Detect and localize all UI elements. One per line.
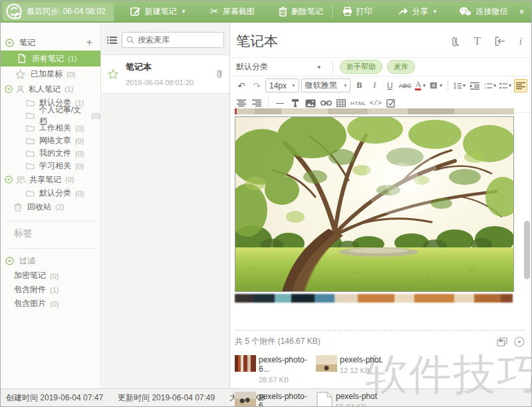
sidebar-item-has-images[interactable]: 包含图片 (0) xyxy=(1,297,100,311)
sidebar-item-shared-notes[interactable]: 共享笔记 (0) xyxy=(1,172,100,187)
search-input[interactable] xyxy=(138,35,219,45)
info-icon[interactable]: i xyxy=(519,36,522,47)
code-button[interactable]: </> xyxy=(369,96,382,110)
list-view-icon[interactable] xyxy=(107,36,117,45)
attachment-item[interactable]: pexels-photo-6... 33.6 KB xyxy=(235,392,316,407)
item-label: 所有笔记 xyxy=(32,53,64,65)
underline-button[interactable]: U xyxy=(383,79,396,92)
export-icon[interactable] xyxy=(495,37,505,46)
chevron-down-icon: ▾ xyxy=(493,82,496,88)
save-all-attachments-icon[interactable] xyxy=(497,337,507,346)
highlight-color-button[interactable]: A ▾ xyxy=(429,79,443,92)
font-family-dropdown[interactable]: 微软雅黑 ▾ xyxy=(301,78,351,92)
note-date: 2019-06-04 08:01:20 xyxy=(126,78,216,86)
tag-pill[interactable]: 麦库 xyxy=(387,60,415,74)
share-label: 分享 xyxy=(412,6,428,17)
section-expand-icon xyxy=(5,257,14,265)
share-arrow-icon xyxy=(398,7,408,16)
note-content-area[interactable] xyxy=(231,108,522,326)
sidebar-item-private-notes[interactable]: 私人笔记 (1) xyxy=(1,82,100,96)
sidebar-item-web-articles[interactable]: 网络文章 (0) xyxy=(1,134,100,147)
sidebar-item-encrypted-notes[interactable]: 加密笔记 (0) xyxy=(1,269,100,283)
insert-table-button[interactable] xyxy=(334,96,348,110)
bullet-list-button[interactable]: ▾ xyxy=(499,79,512,92)
item-count: (1) xyxy=(68,55,76,63)
attachment-thumbnail xyxy=(235,392,256,407)
new-note-icon xyxy=(130,6,141,17)
font-color-a: A xyxy=(415,80,421,90)
collapse-toolbar-icon[interactable]: « xyxy=(517,9,527,13)
indent-button[interactable] xyxy=(468,79,481,92)
note-list-item[interactable]: 笔记本 2019-06-04 08:01:20 xyxy=(102,55,229,94)
category-dropdown[interactable]: 默认分类 ▾ xyxy=(236,61,326,72)
collapse-attachments-icon[interactable] xyxy=(514,337,525,347)
item-label: 已加星标 xyxy=(31,68,63,80)
sidebar-item-study[interactable]: 学习相关 (0) xyxy=(1,160,100,172)
sidebar-item-personal-docs[interactable]: 个人记事/文档 (0) xyxy=(1,109,100,122)
delete-note-button[interactable]: 删除笔记 xyxy=(272,1,330,23)
new-note-button[interactable]: 新建笔记 ▾ xyxy=(124,1,192,23)
attachment-item[interactable]: pexels-photo-6... 28.67 KB xyxy=(235,355,316,384)
html-view-button[interactable]: HTML xyxy=(350,96,367,110)
folder-icon xyxy=(26,112,35,119)
editor-note-title[interactable]: 笔记本 xyxy=(236,32,450,51)
trash-icon xyxy=(14,203,22,211)
insert-link-button[interactable] xyxy=(319,96,332,110)
folder-icon xyxy=(26,150,35,157)
text-tool-icon[interactable]: T xyxy=(473,35,480,48)
font-color-button[interactable]: A ▾ xyxy=(414,79,427,92)
item-label: 包含图片 xyxy=(14,298,46,309)
insert-image-button[interactable] xyxy=(304,96,317,110)
redo-icon[interactable]: ↷ xyxy=(250,79,263,92)
sidebar-section-tags[interactable]: 标签 xyxy=(1,225,100,241)
screenshot-button[interactable]: ✂ 屏幕截图 xyxy=(203,1,261,23)
item-label: 默认分类 xyxy=(39,188,71,199)
tag-pill[interactable]: 新手帮助 xyxy=(340,60,382,74)
add-notebook-icon[interactable]: + xyxy=(86,37,92,48)
print-button[interactable]: 打印 xyxy=(336,1,379,23)
sync-button[interactable]: 最后同步: 06-04 08:02 xyxy=(2,2,114,21)
sidebar-item-all-notes[interactable]: 所有笔记 (1) xyxy=(1,51,100,67)
align-center-button[interactable] xyxy=(235,96,248,110)
sidebar-section-filter[interactable]: 过滤 xyxy=(1,253,100,269)
align-left-button[interactable] xyxy=(514,79,527,92)
add-attachment-icon[interactable] xyxy=(450,36,460,47)
attachment-name: pexels-photo-6... xyxy=(259,355,316,374)
editor-toolbar-row1: ↶ ↷ 14px ▾ 微软雅黑 ▾ B I U ABC A ▾ A xyxy=(231,76,531,94)
bold-button[interactable]: B xyxy=(352,79,366,92)
attachment-thumbnail xyxy=(235,355,256,372)
item-count: (0) xyxy=(75,190,84,198)
strikethrough-button[interactable]: ABC xyxy=(398,79,412,92)
attachment-item[interactable]: pexels-phot 12.12 KB xyxy=(316,355,434,384)
sidebar-item-recycle-bin[interactable]: 回收站 (2) xyxy=(1,200,100,214)
item-label: 回收站 xyxy=(27,202,51,213)
chevron-down-icon: ▾ xyxy=(434,8,437,15)
divider xyxy=(332,61,333,73)
sidebar-item-starred[interactable]: 已加星标 (0) xyxy=(1,67,100,82)
ordered-list-button[interactable]: 1 2 ▾ xyxy=(483,79,497,92)
sidebar-section-notes[interactable]: 笔记 + xyxy=(1,35,100,51)
italic-button[interactable]: I xyxy=(368,79,381,92)
format-painter-button[interactable] xyxy=(289,96,302,110)
sidebar-item-shared-default[interactable]: 默认分类 (0) xyxy=(1,187,100,200)
undo-icon[interactable]: ↶ xyxy=(235,79,248,92)
align-right-button[interactable] xyxy=(250,96,263,110)
share-button[interactable]: 分享 ▾ xyxy=(391,1,444,23)
editor-scrollbar-thumb[interactable] xyxy=(524,221,530,279)
sidebar-item-my-files[interactable]: 我的文件 (0) xyxy=(1,147,100,160)
horizontal-rule-button[interactable]: — xyxy=(273,96,287,110)
line-height-button[interactable]: ▾ xyxy=(453,79,466,92)
new-note-label: 新建笔记 xyxy=(145,6,177,17)
todo-checkbox-button[interactable] xyxy=(384,96,398,110)
item-label: 包含附件 xyxy=(14,284,46,295)
item-count: (2) xyxy=(55,203,64,211)
paperclip-icon xyxy=(216,61,223,86)
font-size-dropdown[interactable]: 14px ▾ xyxy=(265,78,299,92)
attachment-item[interactable]: pexels-phot 55.07 KB xyxy=(316,392,434,407)
wechat-connect-button[interactable]: 连接微信 xyxy=(452,1,514,23)
trash-icon xyxy=(279,7,287,17)
search-box[interactable] xyxy=(122,32,224,48)
file-icon xyxy=(316,392,333,407)
updated-time: 更新时间 2019-06-04 07:49 xyxy=(118,392,215,404)
sidebar-item-has-attachments[interactable]: 包含附件 (1) xyxy=(1,283,100,297)
